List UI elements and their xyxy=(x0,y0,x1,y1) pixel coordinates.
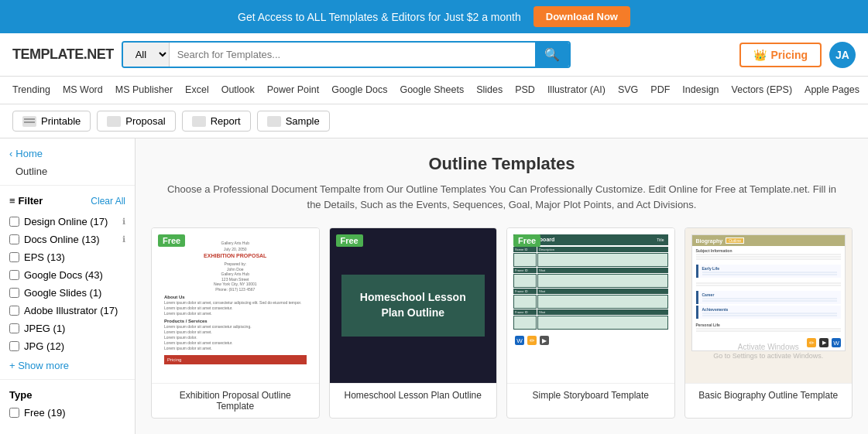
label-jpeg: JPEG (1) xyxy=(24,323,125,334)
filter-sample[interactable]: Sample xyxy=(257,111,330,132)
chevron-left-icon: ‹ xyxy=(9,148,12,159)
sidebar-filter-header: ≡ Filter Clear All xyxy=(0,189,135,213)
card1-preview-content: Gallery Arts Hub July 20, 2050 EXHIBITIO… xyxy=(161,238,310,367)
checkbox-free[interactable] xyxy=(9,408,19,418)
checkbox-docs-online[interactable] xyxy=(9,234,19,244)
crown-icon: 👑 xyxy=(753,49,767,61)
nav-indesign[interactable]: Indesign xyxy=(682,77,719,104)
download-now-button[interactable]: Download Now xyxy=(533,6,630,27)
card2-bg: Homeschool LessonPlan Outline xyxy=(330,228,497,383)
label-google-docs: Google Docs (43) xyxy=(24,269,125,281)
sidebar-item-free[interactable]: Free (19) xyxy=(0,404,135,422)
search-icon: 🔍 xyxy=(544,48,560,61)
sidebar-item-jpeg[interactable]: JPEG (1) xyxy=(0,320,135,337)
checkbox-design-online[interactable] xyxy=(9,217,19,227)
top-banner: Get Access to ALL Templates & Editors fo… xyxy=(0,0,868,33)
header: TEMPLATE.NET All 🔍 👑 Pricing JA xyxy=(0,33,868,77)
label-adobe-illustrator: Adobe Illustrator (17) xyxy=(24,305,125,316)
nav-psd[interactable]: PSD xyxy=(515,77,535,104)
filter-printable[interactable]: Printable xyxy=(12,111,91,132)
search-category-select[interactable]: All xyxy=(123,43,170,67)
checkbox-jpeg[interactable] xyxy=(9,323,19,333)
sidebar-home-link[interactable]: Home xyxy=(15,148,43,159)
sidebar-breadcrumb[interactable]: ‹ Home xyxy=(0,148,135,166)
nav-slides[interactable]: Slides xyxy=(476,77,503,104)
nav-pdf[interactable]: PDF xyxy=(650,77,670,104)
search-input[interactable] xyxy=(170,43,535,67)
info-icon: ℹ xyxy=(122,217,125,227)
checkbox-google-slides[interactable] xyxy=(9,288,19,298)
free-badge-2: Free xyxy=(336,234,363,247)
template-card-3[interactable]: Free 🎬 StoryboardTitle Scene ID Descript… xyxy=(506,227,675,419)
sidebar-item-jpg[interactable]: JPG (12) xyxy=(0,337,135,355)
card-title-1: Exhibition Proposal Outline Template xyxy=(152,383,319,418)
search-button[interactable]: 🔍 xyxy=(535,43,569,67)
nav-vectors[interactable]: Vectors (EPS) xyxy=(732,77,793,104)
card-preview-2: Homeschool LessonPlan Outline xyxy=(330,228,497,383)
filter-report[interactable]: Report xyxy=(182,111,251,132)
nav-google-sheets[interactable]: Google Sheets xyxy=(400,77,464,104)
label-design-online: Design Online (17) xyxy=(24,216,118,227)
card-preview-3: 🎬 StoryboardTitle Scene ID Description xyxy=(507,228,674,383)
avatar[interactable]: JA xyxy=(829,42,856,68)
label-jpg: JPG (12) xyxy=(24,340,125,352)
logo[interactable]: TEMPLATE.NET xyxy=(12,46,114,63)
report-icon xyxy=(192,116,206,127)
sidebar-item-google-slides[interactable]: Google Slides (1) xyxy=(0,284,135,302)
template-card-2[interactable]: Free Homeschool LessonPlan Outline Homes… xyxy=(329,227,498,419)
nav-apple-pages[interactable]: Apple Pages xyxy=(805,77,859,104)
nav-excel[interactable]: Excel xyxy=(185,77,209,104)
nav-google-docs[interactable]: Google Docs xyxy=(331,77,387,104)
show-more-button[interactable]: + Show more xyxy=(0,355,135,376)
card4-content: Biography Outline Subject Information Ea… xyxy=(691,234,846,351)
nav-svg[interactable]: SVG xyxy=(618,77,638,104)
checkbox-jpg[interactable] xyxy=(9,341,19,351)
template-card-4[interactable]: Biography Outline Subject Information Ea… xyxy=(684,227,853,419)
checkbox-eps[interactable] xyxy=(9,252,19,262)
filter-sample-label: Sample xyxy=(286,115,320,127)
sidebar-divider xyxy=(0,185,135,186)
filter-bar: Printable Proposal Report Sample xyxy=(0,104,868,138)
card2-title-box: Homeschool LessonPlan Outline xyxy=(341,275,485,336)
filter-printable-label: Printable xyxy=(41,115,81,127)
main-layout: ‹ Home Outline ≡ Filter Clear All Design… xyxy=(0,138,868,434)
pricing-button[interactable]: 👑 Pricing xyxy=(739,43,822,67)
nav-outlook[interactable]: Outlook xyxy=(221,77,255,104)
checkbox-google-docs[interactable] xyxy=(9,270,19,280)
nav-ms-publisher[interactable]: MS Publisher xyxy=(115,77,173,104)
sidebar-item-google-docs[interactable]: Google Docs (43) xyxy=(0,266,135,284)
free-badge-1: Free xyxy=(158,234,185,247)
sidebar-item-design-online[interactable]: Design Online (17) ℹ xyxy=(0,213,135,231)
filter-proposal-label: Proposal xyxy=(125,115,165,127)
card2-heading: Homeschool LessonPlan Outline xyxy=(360,290,466,320)
banner-text: Get Access to ALL Templates & Editors fo… xyxy=(238,11,521,23)
filter-report-label: Report xyxy=(211,115,241,127)
free-badge-3: Free xyxy=(513,234,540,247)
sidebar-item-adobe-illustrator[interactable]: Adobe Illustrator (17) xyxy=(0,302,135,320)
card-title-2: Homeschool Lesson Plan Outline xyxy=(330,383,497,407)
page-title: Outline Templates xyxy=(151,154,853,174)
nav-power-point[interactable]: Power Point xyxy=(267,77,319,104)
proposal-icon xyxy=(107,116,121,127)
sidebar-type-header: Type xyxy=(0,383,135,404)
checkbox-adobe-illustrator[interactable] xyxy=(9,306,19,316)
label-google-slides: Google Slides (1) xyxy=(24,287,125,299)
label-eps: EPS (13) xyxy=(24,251,125,263)
nav-illustrator[interactable]: Illustrator (AI) xyxy=(547,77,606,104)
printable-icon xyxy=(22,116,36,127)
nav-trending[interactable]: Trending xyxy=(12,77,50,104)
sidebar-item-docs-online[interactable]: Docs Online (13) ℹ xyxy=(0,231,135,248)
info-icon-2: ℹ xyxy=(122,234,125,244)
nav-ms-word[interactable]: MS Word xyxy=(63,77,103,104)
page-description: Choose a Professional Document Tempalte … xyxy=(161,182,842,212)
label-free: Free (19) xyxy=(24,407,125,419)
sidebar-item-eps[interactable]: EPS (13) xyxy=(0,248,135,266)
template-card-1[interactable]: Free Gallery Arts Hub July 20, 2050 EXHI… xyxy=(151,227,320,419)
template-grid: Free Gallery Arts Hub July 20, 2050 EXHI… xyxy=(151,227,853,419)
filter-proposal[interactable]: Proposal xyxy=(97,111,175,132)
content-area: Outline Templates Choose a Professional … xyxy=(136,138,868,434)
card-preview-1: Gallery Arts Hub July 20, 2050 EXHIBITIO… xyxy=(152,228,319,383)
clear-all-button[interactable]: Clear All xyxy=(91,196,125,207)
filter-lines-icon: ≡ xyxy=(9,195,15,207)
label-docs-online: Docs Online (13) xyxy=(24,234,118,245)
